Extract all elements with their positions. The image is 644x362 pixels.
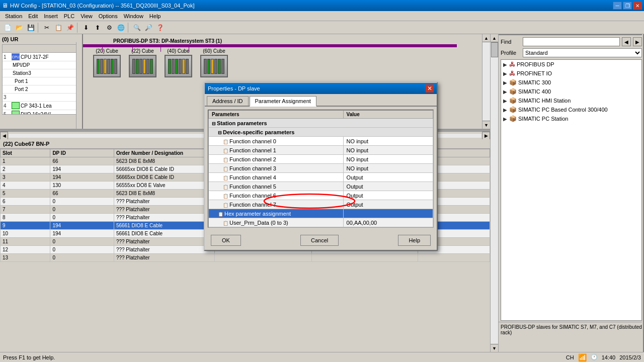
minimize-button[interactable]: ─ [613,2,622,10]
param-row[interactable]: 📋Function channel 4Output [209,173,433,182]
right-panel-resize[interactable] [642,34,644,352]
close-button[interactable]: ✕ [633,2,642,10]
param-row[interactable]: 📋Function channel 6Output [209,191,433,200]
title-bar-text: HW Config - [STATION_03 (Configuration) … [10,3,194,9]
toolbar-help[interactable]: ❓ [154,22,166,33]
catalog-item-simatic-400[interactable]: ▶ 📦 SIMATIC 400 [501,87,641,96]
modal-title-text: Properties - DP slave [208,85,260,92]
expand-icon-pcstation: ▶ [503,116,509,122]
modal-tab-address[interactable]: Address / ID [207,96,249,106]
ur-slot-list: 1 CPU CPU 317-2F MPI/DP Station3 Port 1 [2,44,80,115]
slot-row-x2p1[interactable]: Port 1 [3,77,79,85]
main-scroll-down[interactable]: ▼ [491,344,498,352]
toolbar-cut[interactable]: ✂ [41,22,52,33]
menu-bar: Station Edit Insert PLC View Options Win… [0,11,644,21]
menu-view[interactable]: View [77,12,96,20]
param-row[interactable]: 📋Function channel 2NO input [209,155,433,164]
cube-20[interactable]: (20) Cube [93,48,121,77]
param-row[interactable]: 📋Hex parameter assignment [209,209,433,218]
menu-edit[interactable]: Edit [25,12,41,20]
params-table: Parameters Value ⊟Station parameters⊟Dev… [208,110,433,227]
modal-tab-params[interactable]: Parameter Assignment [250,96,316,107]
params-header-row: Parameters Value [209,111,433,119]
cube-60[interactable]: (60) Cube [200,48,228,77]
slot-row-x1[interactable]: MPI/DP [3,61,79,69]
modal-close-button[interactable]: ✕ [426,84,434,93]
channel-indicator: CH [566,354,574,360]
profile-row: Profile Standard [501,48,642,57]
find-prev-button[interactable]: ◀ [622,37,631,46]
table-row[interactable]: 130??? Platzhalter [1,254,490,262]
toolbar-new[interactable]: 📄 [2,22,13,33]
slot-row-5[interactable]: 5 DI/O 16x24V/ [3,110,79,115]
scroll-up-btn[interactable]: ▲ [482,34,490,42]
catalog-item-simatic-hmi[interactable]: ▶ 📦 SIMATIC HMI Station [501,96,641,105]
menu-window[interactable]: Window [121,12,146,20]
hscroll-right-btn[interactable]: ▶ [482,132,490,140]
catalog-item-simatic-300[interactable]: ▶ 📦 SIMATIC 300 [501,78,641,87]
catalog-item-profinet-io[interactable]: ▶ 🖧 PROFINET IO [501,69,641,78]
menu-help[interactable]: Help [146,12,164,20]
status-right: CH 📶 🕐 14:40 2015/2/3 [566,353,641,361]
menu-plc[interactable]: PLC [61,12,77,20]
catalog-item-simatic-pcstation[interactable]: ▶ 📦 SIMATIC PC Station [501,114,641,123]
catalog-item-simatic-pc300[interactable]: ▶ 📦 SIMATIC PC Based Control 300/400 [501,105,641,114]
modal-footer: OK Cancel Help [205,231,437,250]
slot-row-x2[interactable]: Station3 [3,69,79,77]
expand-icon-simatic300: ▶ [503,80,509,85]
param-row[interactable]: 📋Function channel 0NO input [209,137,433,146]
restore-button[interactable]: ❐ [623,2,632,10]
param-row[interactable]: 📋Function channel 1NO input [209,146,433,155]
toolbar-open[interactable]: 📂 [14,22,25,33]
slot-row-1[interactable]: 1 CPU CPU 317-2F [3,53,79,61]
find-input[interactable] [523,37,620,46]
network-icons: 📶 [578,353,587,361]
modal-cancel-button[interactable]: Cancel [300,235,339,246]
modal-help-button[interactable]: Help [398,235,431,246]
expand-icon-simatic400: ▶ [503,89,509,95]
catalog-tree[interactable]: ▶ 🖧 PROFIBUS DP ▶ 🖧 PROFINET IO ▶ 📦 SIMA… [501,59,642,321]
param-row[interactable]: ⊟Station parameters [209,119,433,128]
scroll-down-btn[interactable]: ▼ [482,121,490,129]
modal-params-area[interactable]: Parameters Value ⊟Station parameters⊟Dev… [208,110,434,228]
menu-insert[interactable]: Insert [41,12,61,20]
toolbar-zoom-out[interactable]: 🔎 [143,22,154,33]
toolbar-save[interactable]: 💾 [25,22,36,33]
profile-select[interactable]: Standard [523,48,642,57]
toolbar-upload[interactable]: ⬆ [92,22,103,33]
slot-row-3[interactable]: 3 [3,94,79,102]
param-row[interactable]: 📋User_Prm_Data (0 to 3)00,AA,00,00 [209,218,433,227]
cube-22[interactable]: (22) Cube [129,48,156,77]
modal-tabs: Address / ID Parameter Assignment [205,94,437,107]
main-vscroll[interactable]: ▲ ▼ [490,34,498,352]
menu-options[interactable]: Options [96,12,121,20]
toolbar-copy[interactable]: 📋 [53,22,64,33]
toolbar-network[interactable]: 🌐 [115,22,126,33]
params-col-value: Value [343,111,433,119]
catalog-description-text: PROFIBUS-DP slaves for SIMATIC S7, M7, a… [501,324,642,335]
left-panel-scrollbar[interactable] [76,42,82,129]
workspace-vscroll[interactable]: ▲ ▼ [482,34,490,129]
modal-ok-button[interactable]: OK [211,235,241,246]
find-next-button[interactable]: ▶ [633,37,642,46]
cube-40[interactable]: (40) Cube [165,48,192,77]
toolbar-zoom-in[interactable]: 🔍 [131,22,142,33]
main-scroll-up[interactable]: ▲ [491,34,498,42]
toolbar-separator-3 [128,23,130,33]
menu-station[interactable]: Station [2,12,25,20]
catalog-item-profibus-dp[interactable]: ▶ 🖧 PROFIBUS DP [501,60,641,69]
hscroll-left-btn[interactable]: ◀ [0,132,8,140]
main-scroll-thumb[interactable] [491,42,498,57]
param-row[interactable]: 📋Function channel 7Output [209,200,433,209]
expand-icon-hmi: ▶ [503,98,509,104]
toolbar-paste[interactable]: 📌 [64,22,75,33]
profinet-io-icon: 🖧 [509,70,515,77]
param-row[interactable]: ⊟Device-specific parameters [209,128,433,137]
hmi-icon: 📦 [509,97,517,104]
toolbar-download[interactable]: ⬇ [80,22,92,33]
param-row[interactable]: 📋Function channel 3NO input [209,164,433,173]
toolbar-compile[interactable]: ⚙ [104,22,115,33]
slot-row-x2p2[interactable]: Port 2 [3,85,79,94]
param-row[interactable]: 📋Function channel 5Output [209,182,433,191]
slot-row-4[interactable]: 4 CP 343-1 Lea [3,102,79,110]
